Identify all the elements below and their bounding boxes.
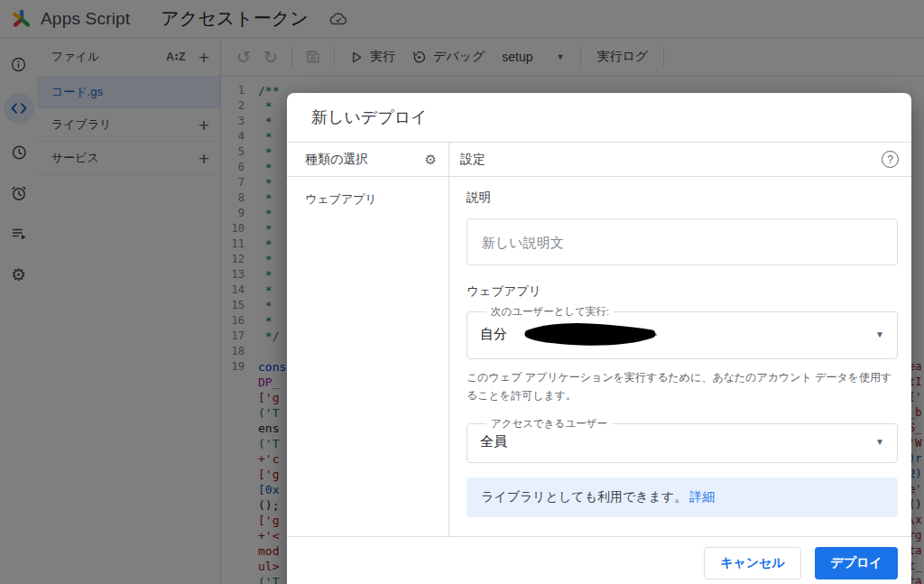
dialog-title: 新しいデプロイ xyxy=(287,93,911,143)
execute-as-value: 自分 xyxy=(480,326,507,343)
dropdown-arrow-icon: ▼ xyxy=(875,329,884,339)
dialog-footer: キャンセル デプロイ xyxy=(287,536,911,579)
settings-header-row: 設定 ? xyxy=(449,143,911,177)
apps-script-window: Apps Script アクセストークン xyxy=(0,0,924,584)
description-input[interactable] xyxy=(467,218,898,265)
redaction-scribble xyxy=(522,321,659,347)
execute-as-note: このウェブ アプリケーションを実行するために、あなたのアカウント データを使用す… xyxy=(467,368,898,404)
help-icon[interactable]: ? xyxy=(882,151,899,168)
access-value: 全員 xyxy=(480,433,507,450)
banner-details-link[interactable]: 詳細 xyxy=(689,489,715,504)
deployment-type-gear-icon[interactable]: ⚙ xyxy=(425,153,437,166)
deploy-button[interactable]: デプロイ xyxy=(815,547,898,579)
settings-header: 設定 xyxy=(460,152,485,168)
library-info-banner: ライブラリとしても利用できます。詳細 xyxy=(467,477,898,517)
dialog-body: 種類の選択 ⚙ ウェブアプリ 設定 ? 説明 ウェブアプリ 次のユーザーとして実… xyxy=(287,143,911,536)
access-legend: アクセスできるユーザー xyxy=(486,417,612,431)
settings-column: 設定 ? 説明 ウェブアプリ 次のユーザーとして実行: 自分 xyxy=(449,143,911,536)
execute-as-row: 自分 ▼ xyxy=(480,321,884,347)
webapp-section-label: ウェブアプリ xyxy=(467,283,898,300)
execute-as-select[interactable]: 次のユーザーとして実行: 自分 ▼ xyxy=(467,305,898,359)
access-select[interactable]: アクセスできるユーザー 全員 ▼ xyxy=(467,417,898,463)
settings-content: 説明 ウェブアプリ 次のユーザーとして実行: 自分 ▼ xyxy=(449,177,911,517)
dropdown-arrow-icon: ▼ xyxy=(875,437,884,447)
cancel-button[interactable]: キャンセル xyxy=(704,547,801,579)
new-deployment-dialog: 新しいデプロイ 種類の選択 ⚙ ウェブアプリ 設定 ? 説明 ウェブアプリ xyxy=(287,93,911,584)
access-row: 全員 ▼ xyxy=(480,433,884,450)
description-label: 説明 xyxy=(467,190,898,206)
type-select-header: 種類の選択 xyxy=(305,152,368,168)
deployment-type-column: 種類の選択 ⚙ ウェブアプリ xyxy=(287,143,449,536)
deployment-type-webapp[interactable]: ウェブアプリ xyxy=(287,177,448,222)
type-select-header-row: 種類の選択 ⚙ xyxy=(287,143,448,177)
execute-as-legend: 次のユーザーとして実行: xyxy=(486,305,614,319)
banner-text: ライブラリとしても利用できます。 xyxy=(481,489,687,504)
